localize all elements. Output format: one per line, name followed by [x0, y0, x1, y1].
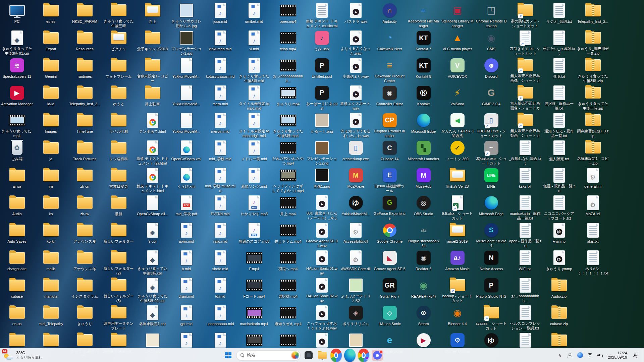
desktop-icon[interactable]: ✓ノートン 360	[440, 139, 474, 166]
desktop-icon[interactable]: ılııKeepforest File Manager	[407, 1, 440, 28]
desktop-icon[interactable]: ⚙general.ini	[576, 166, 610, 193]
desktop-icon[interactable]: ゆF.ymmp	[542, 221, 576, 248]
desktop-icon[interactable]: ♪メドレー風.mid	[237, 139, 271, 166]
desktop-icon[interactable]: 無題 - 親作品一覧.txt	[542, 166, 576, 193]
desktop-icon[interactable]: ♪わかりやす.mp3	[237, 194, 271, 221]
desktop-icon[interactable]: ▶答え知ってでもむずいわこれ.wav	[339, 111, 373, 138]
desktop-icon[interactable]: EEpson 接続診断ツール	[373, 166, 407, 193]
desktop-icon[interactable]: ksks.txt	[508, 166, 542, 193]
desktop-icon[interactable]: きゅうり食ってた午後三時	[102, 1, 136, 28]
desktop-icon[interactable]: ◈ポリリリリズム	[339, 304, 373, 330]
desktop-icon[interactable]: ◉Blender 4.4	[440, 304, 474, 330]
desktop-icon[interactable]: ♪dram.mid	[169, 276, 203, 303]
desktop-icon[interactable]: ☻Discord	[474, 56, 508, 83]
desktop-icon[interactable]: ▶HALion Sonic 02.wav	[305, 276, 339, 303]
desktop-icon[interactable]: きゅうり食ってた午後3時.mp4	[271, 111, 305, 138]
desktop-icon[interactable]: 新しいフォルダー (3)	[102, 276, 136, 303]
desktop-icon[interactable]: 新規 テキスト ドキュメント.html	[136, 166, 169, 193]
desktop-icon[interactable]: ↗家の防犯カメラ - ショートカット	[508, 1, 542, 28]
desktop-icon[interactable]: テンポあて.html	[136, 111, 169, 138]
desktop-icon[interactable]: Audio	[0, 194, 34, 221]
desktop-icon[interactable]: ありがとう！！！！！！.txt	[576, 249, 610, 276]
desktop-icon[interactable]: Resources	[68, 29, 102, 56]
desktop-icon[interactable]: ⊙Steam	[407, 304, 440, 330]
desktop-icon[interactable]: ♪gpt.mid	[169, 304, 203, 330]
desktop-icon[interactable]: 筆まめ Ver.28	[440, 166, 474, 193]
desktop-icon[interactable]: ♪sirofo.mid	[203, 249, 237, 276]
desktop-icon[interactable]: ピクチャ	[102, 29, 136, 56]
desktop-icon[interactable]: ▯↗HDDFMT.exe - ショートカット	[474, 111, 508, 138]
desktop-icon[interactable]: PDFmid_学校.pdf	[169, 194, 203, 221]
desktop-icon[interactable]: プレゼンテーション1.png	[305, 139, 339, 166]
desktop-icon[interactable]: Gemini	[34, 56, 68, 83]
desktop-icon[interactable]: ◆きゅうり食ってた午後3時-02.cpr	[136, 276, 169, 303]
desktop-icon[interactable]: 調声用データテンプレート	[102, 304, 136, 330]
desktop-icon[interactable]: ♪mero.mid	[203, 84, 237, 111]
desktop-icon[interactable]: chatgpt-site	[0, 249, 34, 276]
desktop-icon[interactable]: ⚙Accessibility.dll	[339, 221, 373, 248]
desktop-icon[interactable]: 新しいフォルダー (2)	[102, 249, 136, 276]
desktop-icon[interactable]: PPiapro Studio NT2	[474, 276, 508, 303]
desktop-icon[interactable]: Fコード.mp4	[237, 276, 271, 303]
desktop-icon[interactable]: ♪uaaaaaaaaa.mid	[203, 304, 237, 330]
network-button[interactable]	[586, 350, 594, 361]
desktop-icon[interactable]: きゅうり	[68, 304, 102, 330]
desktop-icon[interactable]: manisekarin.mp4	[237, 304, 271, 330]
desktop-icon[interactable]: きゅうり食ってた午後三時.zip	[576, 84, 610, 111]
desktop-icon[interactable]: ko-kr	[34, 221, 68, 248]
desktop-icon[interactable]: 新規 テキスト ドキュメント (2).html	[136, 139, 169, 166]
weather-widget[interactable]: 9+ 28°C くもり時々晴れ	[0, 348, 47, 362]
desktop-icon[interactable]: ラベル印刷	[102, 111, 136, 138]
desktop-icon[interactable]: きゅうり食ってた.mp4	[0, 111, 34, 138]
desktop-icon[interactable]: 営業日変更	[102, 166, 136, 193]
desktop-icon[interactable]: ニコニコバックアップコード.txt	[542, 194, 576, 221]
desktop-icon[interactable]: ▶001_東北きりたん（ノーマル）_今じゃ...	[305, 194, 339, 221]
desktop-icon[interactable]: Images	[34, 111, 68, 138]
desktop-icon[interactable]: ヘルスコンプレッション__歌詞.txt	[508, 304, 542, 330]
desktop-icon[interactable]: ぷよぷよ™テトリス®2	[339, 276, 373, 303]
desktop-icon[interactable]: YukkuriMovieM...	[169, 84, 203, 111]
desktop-icon[interactable]: 羽尻へ.mp4	[271, 249, 305, 276]
volume-button[interactable]	[596, 350, 604, 361]
desktop-icon[interactable]: ♪b.mid	[169, 249, 203, 276]
desktop-icon[interactable]: 井上ドラム.mp4	[271, 221, 305, 248]
clock[interactable]: 17:24 2025/09/19	[606, 351, 629, 360]
desktop-icon[interactable]: Track Pictures	[68, 139, 102, 166]
desktop-icon[interactable]: 説明.txt	[542, 56, 576, 83]
desktop-icon[interactable]: ▶Activation Manager	[0, 84, 34, 111]
desktop-icon[interactable]: ko	[34, 194, 68, 221]
desktop-icon[interactable]: ◳Chrome Remote Desktop	[474, 1, 508, 28]
desktop-icon[interactable]: くらび.xml	[169, 166, 203, 193]
desktop-icon[interactable]: ▶こってゅｈｄすおｆｄｓｂぶお.wav	[305, 304, 339, 330]
desktop-icon[interactable]: 無人販売.txt	[542, 139, 576, 166]
desktop-icon[interactable]: ◎OBS Studio	[407, 194, 440, 221]
desktop-icon[interactable]: ♪きゅうり食ってた午後3時.mid	[237, 56, 271, 83]
desktop-icon[interactable]: ♪xl.mid	[237, 29, 271, 56]
desktop-icon[interactable]: maniuta	[34, 276, 68, 303]
desktop-icon[interactable]: ▯createdump.exe	[339, 139, 373, 166]
desktop-icon[interactable]: ラジオ_歌詞.txt	[542, 1, 576, 28]
desktop-icon[interactable]: ♪うみ.ustx	[305, 29, 339, 56]
desktop-icon[interactable]: ◉REAPER (x64)	[407, 276, 440, 303]
desktop-icon[interactable]: ♪aorin.mid	[169, 221, 203, 248]
desktop-icon[interactable]: en-us	[0, 304, 34, 330]
desktop-icon[interactable]: teion.mp4	[271, 29, 305, 56]
chrome-button[interactable]	[330, 350, 342, 361]
desktop-icon[interactable]: きゅうり.mp4	[271, 84, 305, 111]
desktop-icon[interactable]: レジ袋有料	[102, 139, 136, 166]
desktop-icon[interactable]: ◉Controller Editor	[373, 84, 407, 111]
desktop-icon[interactable]: ≋SpectraLayers 11	[0, 56, 34, 83]
desktop-icon[interactable]: 名称未設定1 - コピー.zip	[576, 139, 610, 166]
desktop-icon[interactable]: GGIMP 3.0.4	[474, 84, 508, 111]
desktop-icon[interactable]: ◣Groove Agent SE 5	[373, 249, 407, 276]
desktop-icon[interactable]: ♪td.mid	[203, 276, 237, 303]
task-view-dark-app[interactable]	[303, 350, 314, 361]
desktop-icon[interactable]: 名称未設定1 - コピー	[136, 56, 169, 83]
desktop-icon[interactable]: ▶Groove Agent SE 01.wav	[305, 221, 339, 248]
desktop-icon[interactable]: _起動しない場合.txt	[508, 139, 542, 166]
desktop-icon[interactable]: ⓀKontakt	[407, 84, 440, 111]
desktop-icon[interactable]: NNative Access	[474, 249, 508, 276]
desktop-icon[interactable]: GGeForce Experience	[373, 194, 407, 221]
desktop-icon[interactable]: open - 親作品一覧.txt	[508, 221, 542, 248]
desktop-icon[interactable]: a♪Amazon Music	[440, 249, 474, 276]
